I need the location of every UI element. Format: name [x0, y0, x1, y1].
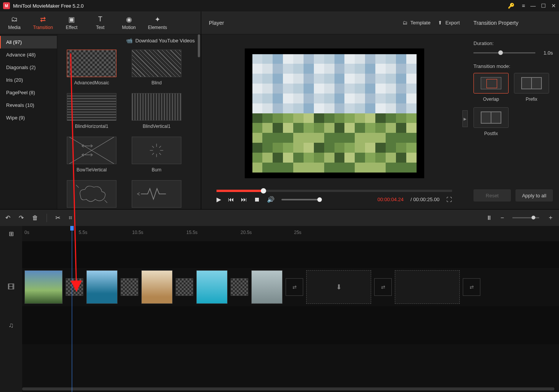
mode-overlap[interactable]	[473, 73, 509, 94]
delete-button[interactable]: 🗑	[32, 215, 38, 221]
mode-postfix[interactable]	[473, 107, 509, 128]
crop-button[interactable]: ⌗	[69, 215, 72, 221]
volume-handle[interactable]	[317, 197, 322, 202]
swap-slot-1[interactable]: ⇄	[286, 278, 303, 296]
tab-effect[interactable]: ▣Effect	[57, 11, 86, 34]
next-frame-button[interactable]: ⏭	[241, 196, 247, 203]
transition-label: BowTieVertical	[77, 167, 107, 173]
transition-label: Blind	[152, 80, 162, 85]
transition-label: Burn	[152, 167, 161, 173]
duration-label: Duration:	[473, 40, 553, 46]
scrub-handle[interactable]	[261, 188, 266, 194]
mode-prefix[interactable]	[514, 73, 549, 94]
apply-all-button[interactable]: Apply to all	[515, 189, 553, 202]
time-total: / 00:00:25.00	[410, 197, 439, 202]
category-item-1[interactable]: Advance (48)	[0, 48, 57, 61]
swap-slot-3[interactable]: ⇄	[463, 278, 480, 296]
minimize-button[interactable]: —	[530, 3, 536, 9]
clip-5[interactable]	[251, 270, 283, 304]
timeline-ruler[interactable]: 0s5.5s10.5s15.5s20.5s25s	[22, 226, 559, 241]
category-item-4[interactable]: PagePeel (8)	[0, 86, 57, 99]
zoom-in-button[interactable]: ＋	[548, 214, 554, 222]
tab-transition-label: Transition	[33, 25, 53, 30]
transition-thumb-BlindVertical1[interactable]	[132, 93, 181, 121]
transition-thumb-AdvancedMosaic[interactable]	[67, 50, 116, 77]
transition-thumb-BowTieVertical[interactable]	[67, 137, 116, 164]
redo-button[interactable]: ↷	[19, 214, 24, 221]
zoom-out-button[interactable]: −	[501, 215, 504, 221]
zoom-handle[interactable]	[532, 216, 535, 219]
tab-media[interactable]: 🗂Media	[0, 11, 29, 34]
scrub-bar[interactable]	[216, 190, 452, 192]
key-icon[interactable]: 🔑	[508, 3, 514, 9]
tab-text[interactable]: TText	[86, 11, 115, 34]
effect-icon: ▣	[68, 16, 75, 23]
tab-elements[interactable]: ✦Elements	[143, 11, 172, 34]
category-item-3[interactable]: Iris (20)	[0, 74, 57, 86]
transition-thumb-BlindHorizontal1[interactable]	[67, 93, 116, 121]
undo-button[interactable]: ↶	[5, 214, 10, 221]
transition-slot-3[interactable]	[176, 278, 193, 296]
add-track-button[interactable]: ⊞	[0, 226, 22, 241]
time-current: 00:00:04.24	[377, 197, 404, 202]
transition-slot-4[interactable]	[231, 278, 248, 296]
transition-label: BlindVertical1	[143, 124, 171, 129]
overlay-track[interactable]	[22, 241, 559, 268]
tab-motion[interactable]: ◉Motion	[115, 11, 143, 34]
horizontal-scrollbar[interactable]	[22, 387, 554, 390]
transition-thumb-Burn[interactable]	[132, 137, 181, 164]
stop-button[interactable]: ⏹	[254, 196, 260, 203]
transition-thumb-Blind[interactable]	[132, 50, 181, 77]
play-button[interactable]: ▶	[216, 196, 221, 203]
ruler-tick: 25s	[294, 230, 301, 235]
video-track[interactable]: ⇄ ⬇ ⇄ ⇄	[22, 268, 559, 306]
panel-expand-button[interactable]: ▶	[462, 110, 468, 127]
cut-button[interactable]: ✂	[55, 214, 60, 221]
transition-thumb-6[interactable]	[67, 180, 116, 208]
transition-label: AdvancedMosaic	[74, 80, 109, 85]
clip-4[interactable]	[196, 270, 228, 304]
template-button[interactable]: 🗂Template	[402, 20, 431, 26]
export-button[interactable]: ⬆Export	[438, 20, 460, 26]
snap-icon[interactable]: ⏸	[486, 215, 492, 221]
category-item-5[interactable]: Reveals (10)	[0, 99, 57, 111]
duration-handle[interactable]	[498, 50, 503, 55]
category-item-2[interactable]: Diagonals (2)	[0, 61, 57, 74]
property-panel-title: Transition Property	[467, 11, 559, 34]
reset-button[interactable]: Reset	[473, 189, 511, 202]
mode-label: Prefix	[526, 97, 538, 102]
transition-thumb-7[interactable]	[132, 180, 181, 208]
scrollbar[interactable]	[198, 34, 200, 57]
hamburger-icon[interactable]: ≡	[522, 3, 525, 9]
close-button[interactable]: ✕	[551, 3, 556, 9]
transition-slot-2[interactable]	[121, 278, 138, 296]
empty-clip-slot[interactable]: ⬇	[306, 270, 371, 304]
zoom-slider[interactable]	[512, 217, 539, 218]
clip-2[interactable]	[86, 270, 118, 304]
download-youtube-button[interactable]: 📹 Download YouTube Videos	[57, 34, 201, 47]
transition-slot-1[interactable]	[66, 278, 83, 296]
fullscreen-button[interactable]: ⛶	[446, 196, 452, 203]
empty-clip-slot-2[interactable]	[395, 270, 460, 304]
audio-track[interactable]	[22, 306, 559, 344]
clip-1[interactable]	[24, 270, 63, 304]
clip-3[interactable]	[141, 270, 173, 304]
transition-icon: ⇄	[40, 16, 46, 23]
svg-line-8	[159, 146, 161, 148]
svg-line-9	[152, 153, 154, 155]
maximize-button[interactable]: ☐	[541, 3, 546, 9]
volume-slider[interactable]	[281, 199, 320, 200]
swap-slot-2[interactable]: ⇄	[374, 278, 392, 296]
playhead[interactable]	[72, 226, 72, 392]
volume-icon[interactable]: 🔊	[267, 196, 275, 203]
download-youtube-label: Download YouTube Videos	[136, 38, 195, 44]
duration-slider[interactable]	[473, 52, 535, 53]
tab-transition[interactable]: ⇄Transition	[29, 11, 57, 34]
category-item-0[interactable]: All (97)	[0, 36, 57, 48]
prev-frame-button[interactable]: ⏮	[228, 196, 234, 203]
category-item-6[interactable]: Wipe (9)	[0, 111, 57, 124]
tab-effect-label: Effect	[66, 25, 77, 30]
category-list: All (97)Advance (48)Diagonals (2)Iris (2…	[0, 34, 57, 209]
mode-label: Transition mode:	[473, 63, 553, 69]
audio-track-icon: ♫	[8, 306, 14, 344]
